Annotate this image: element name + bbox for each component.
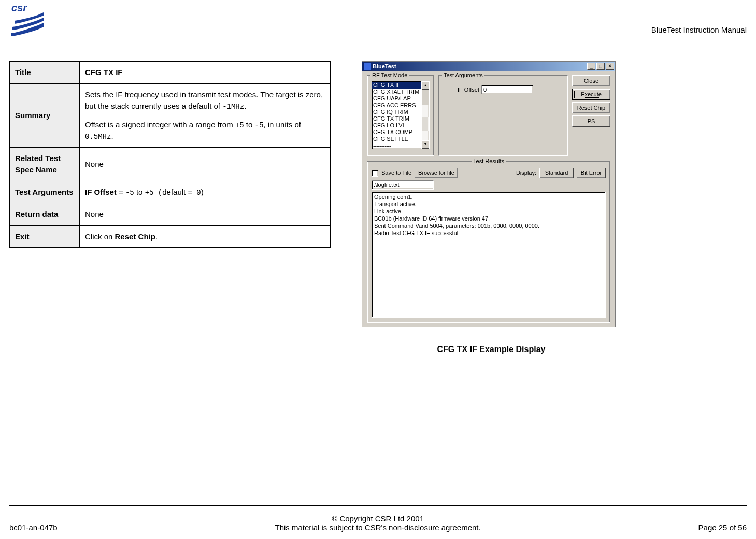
listbox-items[interactable]: CFG TX IF CFG XTAL FTRIM CFG UAP/LAP CFG… xyxy=(372,81,422,149)
side-buttons: Close Execute Reset Chip PS xyxy=(572,75,610,156)
cell-related-value: None xyxy=(80,148,331,181)
log-textarea[interactable]: Opening com1. Transport active. Link act… xyxy=(372,192,606,318)
args-group-title: Test Arguments xyxy=(442,72,484,78)
reset-chip-button[interactable]: Reset Chip xyxy=(572,102,610,113)
cell-summary-value: Sets the IF frequency used in transmit t… xyxy=(80,83,331,148)
top-area: RF Test Mode CFG TX IF CFG XTAL FTRIM CF… xyxy=(367,75,610,156)
list-item[interactable]: CFG IQ TRIM xyxy=(372,109,421,115)
rf-test-mode-group: RF Test Mode CFG TX IF CFG XTAL FTRIM CF… xyxy=(367,75,434,156)
list-item[interactable]: CFG TX TRIM xyxy=(372,115,421,122)
log-line: Link active. xyxy=(374,208,603,215)
footer-rule xyxy=(9,505,747,506)
minimize-icon[interactable]: _ xyxy=(587,63,595,70)
t: to xyxy=(134,187,145,196)
row-summary: Summary Sets the IF frequency used in tr… xyxy=(10,83,331,148)
nda-note: This material is subject to CSR's non-di… xyxy=(58,523,698,532)
row-title: Title CFG TX IF xyxy=(10,62,331,84)
list-item[interactable]: CFG XTAL FTRIM xyxy=(372,89,421,95)
titlebar-buttons: _ □ × xyxy=(586,63,615,70)
info-table: Title CFG TX IF Summary Sets the IF freq… xyxy=(9,61,331,248)
cell-args-value: IF Offset = -5 to +5 (default = 0) xyxy=(80,181,331,203)
svg-text:csr: csr xyxy=(11,2,27,13)
logfile-input[interactable]: .\logfile.txt xyxy=(372,180,434,190)
scroll-down-icon[interactable]: ▾ xyxy=(422,140,429,149)
scrollbar[interactable]: ▴ ▾ xyxy=(422,81,430,149)
content: Title CFG TX IF Summary Sets the IF freq… xyxy=(9,61,747,354)
t: ( xyxy=(153,188,162,197)
t: -5 xyxy=(125,188,134,197)
t: -5 xyxy=(255,121,264,129)
cell-title-value: CFG TX IF xyxy=(80,62,331,84)
row-return: Return data None xyxy=(10,203,331,226)
t: Click on xyxy=(85,232,115,241)
footer-right: Page 25 of 56 xyxy=(698,523,747,532)
cell-related-label: Related Test Spec Name xyxy=(10,148,80,181)
t: Reset Chip xyxy=(115,232,155,241)
window-body: RF Test Mode CFG TX IF CFG XTAL FTRIM CF… xyxy=(362,71,615,327)
t: , in units of xyxy=(263,120,301,129)
scroll-track[interactable] xyxy=(422,105,429,140)
log-line: Transport active. xyxy=(374,200,603,208)
header-rule xyxy=(59,37,747,37)
cell-args-label: Test Arguments xyxy=(10,181,80,203)
t: . xyxy=(155,232,158,241)
cell-return-value: None xyxy=(80,203,331,226)
if-offset-row: IF Offset 0 xyxy=(458,85,563,94)
save-to-file-checkbox[interactable] xyxy=(372,170,378,177)
log-line: Radio Test CFG TX IF successful xyxy=(374,229,603,237)
t: ) xyxy=(201,187,204,196)
standard-button[interactable]: Standard xyxy=(539,168,574,178)
if-offset-label: IF Offset xyxy=(458,86,479,93)
footer-center: © Copyright CSR Ltd 2001 This material i… xyxy=(58,514,698,532)
browse-button[interactable]: Browse for file xyxy=(415,168,458,178)
summary-p1: Sets the IF frequency used in transmit t… xyxy=(85,89,325,112)
t: 0.5MHz xyxy=(85,133,111,141)
title-value: CFG TX IF xyxy=(85,68,123,77)
t: Sets the IF frequency used in transmit t… xyxy=(85,90,323,110)
footer: bc01-an-047b © Copyright CSR Ltd 2001 Th… xyxy=(9,514,747,532)
t: -1MHz xyxy=(222,103,244,111)
maximize-icon[interactable]: □ xyxy=(596,63,605,70)
test-results-group: Test Results Save to File Browse for fil… xyxy=(367,161,610,323)
t: default xyxy=(162,187,188,196)
app-icon xyxy=(364,63,371,70)
listbox[interactable]: CFG TX IF CFG XTAL FTRIM CFG UAP/LAP CFG… xyxy=(372,81,430,149)
list-item[interactable]: CFG UAP/LAP xyxy=(372,95,421,102)
bluetest-window: BlueTest _ □ × RF Test Mode CFG TX I xyxy=(362,61,616,327)
list-separator xyxy=(372,142,421,149)
t: +5 xyxy=(235,121,244,129)
t: Offset is a signed integer with a range … xyxy=(85,120,235,129)
save-to-file-label: Save to File xyxy=(381,170,411,176)
scroll-up-icon[interactable]: ▴ xyxy=(422,81,429,90)
results-group-title: Test Results xyxy=(472,158,506,164)
cell-return-label: Return data xyxy=(10,203,80,226)
row-related: Related Test Spec Name None xyxy=(10,148,331,181)
if-offset-input[interactable]: 0 xyxy=(481,85,533,94)
cell-summary-label: Summary xyxy=(10,83,80,148)
scroll-thumb[interactable] xyxy=(422,90,429,105)
row-args: Test Arguments IF Offset = -5 to +5 (def… xyxy=(10,181,331,203)
list-item[interactable]: CFG TX IF xyxy=(372,82,421,89)
close-button[interactable]: Close xyxy=(572,75,610,86)
info-table-area: Title CFG TX IF Summary Sets the IF freq… xyxy=(9,61,331,354)
copyright: © Copyright CSR Ltd 2001 xyxy=(58,514,698,523)
screenshot-area: BlueTest _ □ × RF Test Mode CFG TX I xyxy=(362,61,621,354)
header: csr BlueTest Instruction Manual xyxy=(9,0,747,40)
titlebar[interactable]: BlueTest _ □ × xyxy=(362,62,615,71)
list-item[interactable]: CFG LO LVL xyxy=(372,122,421,129)
list-item[interactable]: CFG TX COMP xyxy=(372,129,421,136)
list-item[interactable]: CFG SETTLE xyxy=(372,136,421,142)
list-item[interactable]: CFG ACC ERRS xyxy=(372,102,421,109)
csr-logo: csr xyxy=(9,2,50,37)
execute-button[interactable]: Execute xyxy=(572,89,610,100)
rf-group-title: RF Test Mode xyxy=(370,72,409,78)
row-exit: Exit Click on Reset Chip. xyxy=(10,225,331,247)
bit-error-button[interactable]: Bit Error xyxy=(577,168,606,178)
caption: CFG TX IF Example Display xyxy=(362,345,621,354)
t: . xyxy=(244,101,246,110)
ps-button[interactable]: PS xyxy=(572,115,610,127)
t: . xyxy=(111,132,113,140)
cell-exit-value: Click on Reset Chip. xyxy=(80,225,331,247)
close-icon[interactable]: × xyxy=(606,63,614,70)
t: = 0 xyxy=(188,188,201,197)
